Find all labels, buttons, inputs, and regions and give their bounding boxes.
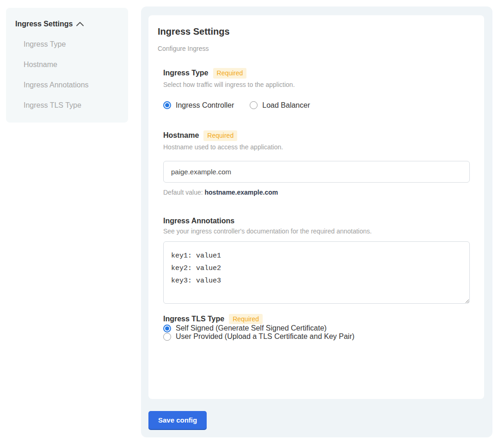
- config-panel: Ingress Settings Configure Ingress Ingre…: [141, 6, 492, 437]
- radio-unselected-icon[interactable]: [250, 101, 258, 109]
- ingress-annotations-help: See your ingress controller's documentat…: [163, 227, 475, 235]
- radio-unselected-icon[interactable]: [163, 333, 171, 341]
- sidebar-item-ingress-tls-type[interactable]: Ingress TLS Type: [15, 101, 119, 110]
- ingress-annotations-label: Ingress Annotations: [163, 217, 234, 225]
- default-value-text: hostname.example.com: [205, 189, 278, 196]
- ingress-type-label: Ingress Type: [163, 69, 209, 77]
- radio-label: User Provided (Upload a TLS Certificate …: [176, 332, 355, 341]
- section-ingress-type: Ingress Type Required Select how traffic…: [163, 68, 475, 110]
- config-nav-sidebar: Ingress Settings Ingress Type Hostname I…: [6, 8, 128, 123]
- radio-load-balancer[interactable]: Load Balancer: [250, 101, 310, 110]
- radio-selected-icon[interactable]: [163, 101, 171, 109]
- save-config-button[interactable]: Save config: [148, 411, 207, 429]
- chevron-up-icon: [76, 20, 84, 28]
- sidebar-item-hostname[interactable]: Hostname: [15, 61, 119, 69]
- sidebar-group-ingress-settings[interactable]: Ingress Settings: [15, 20, 119, 28]
- radio-self-signed[interactable]: Self Signed (Generate Self Signed Certif…: [163, 324, 475, 332]
- ingress-annotations-textarea[interactable]: key1: value1 key2: value2 key3: value3: [163, 241, 470, 304]
- ingress-tls-type-label: Ingress TLS Type: [163, 315, 224, 323]
- radio-user-provided[interactable]: User Provided (Upload a TLS Certificate …: [163, 332, 475, 341]
- sidebar-item-list: Ingress Type Hostname Ingress Annotation…: [15, 40, 119, 110]
- required-badge: Required: [203, 130, 237, 141]
- radio-label: Ingress Controller: [176, 101, 234, 110]
- sidebar-item-ingress-annotations[interactable]: Ingress Annotations: [15, 81, 119, 89]
- section-ingress-annotations: Ingress Annotations See your ingress con…: [163, 217, 475, 304]
- page-title: Ingress Settings: [158, 26, 475, 37]
- hostname-input[interactable]: [163, 161, 470, 183]
- page-subtitle: Configure Ingress: [158, 45, 475, 52]
- default-value-label: Default value:: [163, 189, 203, 196]
- ingress-type-help: Select how traffic will ingress to the a…: [163, 81, 475, 88]
- hostname-help: Hostname used to access the application.: [163, 143, 475, 151]
- hostname-default-line: Default value: hostname.example.com: [163, 189, 475, 196]
- ingress-type-radio-group: Ingress Controller Load Balancer: [163, 101, 475, 110]
- required-badge: Required: [229, 314, 263, 325]
- radio-label: Self Signed (Generate Self Signed Certif…: [176, 324, 326, 332]
- radio-selected-icon[interactable]: [163, 325, 171, 332]
- required-badge: Required: [213, 68, 247, 79]
- radio-ingress-controller[interactable]: Ingress Controller: [163, 101, 234, 110]
- ingress-settings-card: Ingress Settings Configure Ingress Ingre…: [148, 15, 484, 399]
- radio-label: Load Balancer: [262, 101, 310, 110]
- hostname-label: Hostname: [163, 131, 199, 140]
- section-hostname: Hostname Required Hostname used to acces…: [163, 130, 475, 196]
- sidebar-item-ingress-type[interactable]: Ingress Type: [15, 40, 119, 49]
- sidebar-group-label: Ingress Settings: [15, 20, 73, 28]
- section-ingress-tls-type: Ingress TLS Type Required Self Signed (G…: [163, 314, 475, 341]
